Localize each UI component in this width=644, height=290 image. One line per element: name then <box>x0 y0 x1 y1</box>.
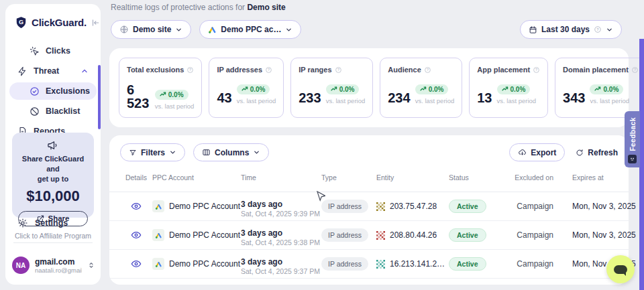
details-eye-icon[interactable] <box>129 200 143 213</box>
excluded-on-value: Campaign <box>511 230 553 240</box>
svg-text:?: ? <box>535 68 537 72</box>
col-header-excluded-on[interactable]: Excluded on <box>511 173 553 182</box>
col-header-type[interactable]: Type <box>321 173 376 182</box>
status-badge: Active <box>449 257 486 271</box>
trend-up-icon <box>331 86 337 92</box>
status-badge: Active <box>449 228 486 242</box>
type-badge: IP address <box>321 200 368 213</box>
stat-card-total-exclusions: Total exclusions? 6 523 0.0% vs. last pe… <box>119 58 202 118</box>
table-toolbar: Filters Columns Export Refresh <box>109 135 629 161</box>
time-cell: 3 days agoSat, Oct 4, 2025 9:39 PM <box>241 196 321 218</box>
chevron-down-icon <box>175 26 182 33</box>
site-selector-value: Demo site <box>133 25 171 34</box>
smiley-icon <box>628 155 637 163</box>
entity-pixel-icon <box>376 260 385 269</box>
ppc-account-selector-value: Demo PPC ac… <box>221 25 281 34</box>
chevron-down-icon <box>285 26 292 33</box>
entity-value: 203.75.47.28 <box>390 202 437 211</box>
sidebar-scrollbar[interactable] <box>98 65 101 129</box>
expires-at-value: Mon, Nov 3, 2025 <box>553 230 618 240</box>
feedback-tab[interactable]: Feedback <box>625 111 640 167</box>
col-header-status[interactable]: Status <box>449 173 511 182</box>
col-header-entity[interactable]: Entity <box>376 173 449 182</box>
clickguard-shield-icon: G <box>15 16 28 29</box>
collapse-sidebar-icon[interactable] <box>91 18 100 27</box>
entity-pixel-icon <box>376 231 385 240</box>
col-header-details[interactable]: Details <box>120 173 152 182</box>
filters-button[interactable]: Filters <box>120 143 185 161</box>
megaphone-icon <box>12 139 94 151</box>
affiliate-link[interactable]: Click to Affiliate Program <box>12 232 94 240</box>
sidebar-item-exclusions[interactable]: Exclusions <box>9 82 97 100</box>
time-cell: 3 days agoSat, Oct 4, 2025 9:38 PM <box>241 224 321 246</box>
svg-text:?: ? <box>634 68 636 72</box>
columns-button[interactable]: Columns <box>193 143 269 161</box>
chevron-up-icon <box>80 67 89 75</box>
feedback-label: Feedback <box>629 117 637 151</box>
excluded-on-value: Campaign <box>511 202 553 211</box>
ppc-account-name: Demo PPC Account <box>169 259 240 269</box>
table-header-row: Details PPC Account Time Type Entity Sta… <box>109 164 629 192</box>
app-title: ClickGuard. <box>32 17 87 28</box>
table-row: Demo PPC Account 3 days agoSat, Oct 4, 2… <box>109 221 629 250</box>
svg-text:?: ? <box>268 68 270 72</box>
help-circle-icon: ? <box>424 66 431 74</box>
google-ads-icon <box>208 25 217 34</box>
details-eye-icon[interactable] <box>129 228 143 242</box>
col-header-ppc-account[interactable]: PPC Account <box>152 173 241 182</box>
funnel-icon <box>129 149 137 157</box>
help-circle-icon: ? <box>335 66 342 74</box>
stat-card-app-placement: App placement? 13 0.0% vs. last period <box>469 58 548 118</box>
google-ads-icon <box>152 200 164 212</box>
ban-icon <box>30 106 40 117</box>
details-eye-icon[interactable] <box>129 257 143 271</box>
col-header-time[interactable]: Time <box>241 173 321 182</box>
page-subtitle: Realtime logs of protective actions for … <box>111 3 286 12</box>
sidebar-item-blacklist[interactable]: Blacklist <box>9 102 97 120</box>
trend-up-icon <box>160 91 166 98</box>
help-circle-icon: ? <box>533 66 540 74</box>
affiliate-promo-card[interactable]: Share ClickGuard andget up to $10,000 Sh… <box>12 133 94 218</box>
logs-table-card: Filters Columns Export Refresh Details P… <box>109 135 629 285</box>
refresh-button[interactable]: Refresh <box>576 148 618 157</box>
calendar-icon <box>529 25 537 34</box>
date-range-selector[interactable]: Last 30 days ? <box>520 20 622 39</box>
mouse-click-icon <box>30 46 40 56</box>
sidebar-item-settings[interactable]: Settings <box>12 214 73 232</box>
ppc-account-name: Demo PPC Account <box>169 230 240 240</box>
avatar: NA <box>12 257 30 274</box>
gear-icon <box>17 218 28 228</box>
svg-text:?: ? <box>427 68 429 72</box>
col-header-expires-at[interactable]: Expires at <box>553 173 618 182</box>
sidebar-item-label: Threat <box>34 66 59 76</box>
entity-value: 208.80.44.26 <box>390 230 437 240</box>
help-circle-icon: ? <box>631 66 639 74</box>
table-row: Demo PPC Account 3 days agoSat, Oct 4, 2… <box>109 250 629 279</box>
svg-text:?: ? <box>596 27 599 31</box>
logo: G ClickGuard. <box>5 4 101 29</box>
subtitle-site-name: Demo site <box>247 3 285 12</box>
stat-card-domain-placement: Domain placement? 343 0.0% vs. last peri… <box>555 58 644 118</box>
help-circle-icon: ? <box>186 66 194 74</box>
site-selector[interactable]: Demo site <box>111 20 191 39</box>
export-button[interactable]: Export <box>509 143 565 161</box>
user-name: gmail.com <box>35 257 82 267</box>
stat-card-audience: Audience? 234 0.0% vs. last period <box>380 58 462 118</box>
sidebar: G ClickGuard. Clicks Threat Exclusions B… <box>5 4 101 285</box>
sidebar-item-threat[interactable]: Threat <box>9 62 97 80</box>
trend-up-icon <box>502 86 508 92</box>
page-scrollbar[interactable] <box>639 39 644 290</box>
sidebar-item-clicks[interactable]: Clicks <box>9 42 97 60</box>
ppc-account-selector[interactable]: Demo PPC ac… <box>199 20 301 39</box>
google-ads-icon <box>152 258 164 270</box>
sidebar-nav: Clicks Threat Exclusions Blacklist Repor… <box>5 42 101 140</box>
svg-text:?: ? <box>337 68 339 72</box>
chat-launcher-button[interactable] <box>606 255 635 283</box>
account-switcher[interactable]: NA gmail.com naatali.ro@gmail.com <box>12 257 95 274</box>
table-row: Demo PPC Account 3 days agoSat, Oct 4, 2… <box>109 192 629 221</box>
chevron-down-icon <box>606 26 613 33</box>
globe-icon <box>119 25 129 34</box>
columns-icon <box>202 148 211 157</box>
date-range-value: Last 30 days <box>541 25 590 34</box>
help-circle-icon: ? <box>265 66 272 74</box>
